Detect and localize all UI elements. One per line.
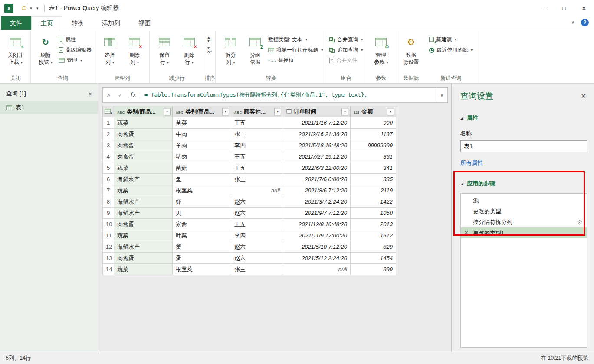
row-number[interactable]: 2 (103, 129, 114, 140)
table-cell[interactable]: 1137 (351, 129, 396, 140)
table-cell[interactable]: 2021/12/8 16:48:20 (283, 219, 351, 230)
close-window-button[interactable]: ✕ (574, 0, 594, 16)
table-cell[interactable]: 王五 (231, 162, 283, 174)
table-cell[interactable]: 王五 (231, 219, 283, 230)
quick-access-toolbar-dropdown-icon[interactable]: ▾ (36, 6, 39, 10)
split-column-button[interactable]: 拆分列 ▾ (219, 32, 242, 65)
applied-step[interactable]: 源 (461, 195, 587, 206)
table-cell[interactable]: 2021/8/6 7:12:20 (283, 185, 351, 196)
table-cell[interactable]: 361 (351, 151, 396, 162)
table-cell[interactable]: 2021/5/18 16:48:20 (283, 140, 351, 151)
table-cell[interactable]: 王五 (231, 117, 283, 129)
table-cell[interactable]: 蔬菜 (114, 230, 173, 241)
use-first-row-as-headers-button[interactable]: 将第一行用作标题▾ (268, 46, 323, 54)
row-number[interactable]: 1 (103, 117, 114, 129)
table-cell[interactable]: 蟹 (173, 241, 231, 253)
filter-dropdown-icon[interactable]: ▾ (341, 108, 348, 115)
data-type-button[interactable]: 数据类型: 文本▾ (268, 36, 323, 44)
table-cell[interactable]: 羊肉 (173, 140, 231, 151)
table-cell[interactable]: 2021/5/12 2:24:20 (283, 253, 351, 264)
table-cell[interactable]: 2021/9/7 7:12:20 (283, 208, 351, 219)
recent-sources-button[interactable]: 最近使用的源▾ (429, 46, 473, 54)
close-pane-icon[interactable]: ✕ (581, 92, 587, 100)
table-cell[interactable]: 肉禽蛋 (114, 219, 173, 230)
table-cell[interactable]: 张三 (231, 174, 283, 185)
row-number[interactable]: 7 (103, 185, 114, 196)
table-cell[interactable]: 海鲜水产 (114, 174, 173, 185)
table-cell[interactable]: 李四 (231, 230, 283, 241)
table-cell[interactable]: 根茎菜 (173, 185, 231, 196)
properties-section-header[interactable]: ◢ 属性 (460, 114, 587, 122)
advanced-editor-button[interactable]: 高级编辑器 (59, 46, 92, 54)
table-cell[interactable]: 肉禽蛋 (114, 253, 173, 264)
table-cell[interactable]: 赵六 (231, 253, 283, 264)
replace-values-button[interactable]: ¹→₂替换值 (268, 56, 323, 65)
column-header-amount[interactable]: 123金额▾ (351, 106, 396, 117)
choose-columns-button[interactable]: 选择列 ▾ (98, 32, 121, 65)
tab-view[interactable]: 视图 (129, 16, 160, 30)
table-cell[interactable]: 海鲜水产 (114, 208, 173, 219)
table-cell[interactable]: 王五 (231, 151, 283, 162)
cancel-formula-icon[interactable]: ✕ (103, 92, 115, 98)
table-cell[interactable]: 1454 (351, 253, 396, 264)
properties-button[interactable]: 属性 (59, 36, 92, 44)
table-cell[interactable]: 2021/2/16 21:36:20 (283, 129, 351, 140)
table-cell[interactable]: 贝 (173, 208, 231, 219)
query-name-input[interactable] (460, 140, 587, 152)
row-number[interactable]: 13 (103, 253, 114, 264)
row-number[interactable]: 6 (103, 174, 114, 185)
tab-file[interactable]: 文件 (1, 16, 31, 30)
filter-dropdown-icon[interactable]: ▾ (274, 108, 281, 115)
close-and-load-button[interactable]: »关闭并上载 ▾ (4, 32, 27, 65)
maximize-button[interactable]: □ (554, 0, 574, 16)
table-cell[interactable]: 341 (351, 162, 396, 174)
table-cell[interactable]: 蔬菜 (114, 264, 173, 275)
table-cell[interactable]: 2022/6/3 12:00:20 (283, 162, 351, 174)
table-cell[interactable]: 赵六 (231, 241, 283, 253)
table-cell[interactable]: 999 (351, 264, 396, 275)
merge-queries-button[interactable]: 合并查询▾ (329, 36, 363, 44)
row-number[interactable]: 14 (103, 264, 114, 275)
smiley-dropdown-icon[interactable]: ▾ (30, 6, 32, 10)
filter-dropdown-icon[interactable]: ▾ (387, 108, 394, 115)
table-cell[interactable]: null (231, 185, 283, 196)
table-cell[interactable]: 2021/5/10 7:12:20 (283, 241, 351, 253)
sort-ascending-button[interactable]: AZ↓ (207, 36, 212, 44)
table-cell[interactable]: 1422 (351, 196, 396, 208)
table-cell[interactable]: 家禽 (173, 219, 231, 230)
refresh-preview-button[interactable]: ↻刷新预览 ▾ (34, 32, 57, 65)
collapse-ribbon-icon[interactable]: ∧ (571, 20, 575, 26)
tab-home[interactable]: 主页 (31, 16, 62, 30)
table-cell[interactable]: 赵六 (231, 196, 283, 208)
row-number[interactable]: 9 (103, 208, 114, 219)
table-cell[interactable]: 2021/3/7 2:24:20 (283, 196, 351, 208)
table-cell[interactable]: 2021/11/9 12:00:20 (283, 230, 351, 241)
formula-input[interactable]: = Table.TransformColumnTypes(按分隔符拆分列,{{"… (144, 91, 436, 99)
table-cell[interactable]: 猪肉 (173, 151, 231, 162)
row-number[interactable]: 8 (103, 196, 114, 208)
table-cell[interactable]: 蔬菜 (114, 185, 173, 196)
table-cell[interactable]: 叶菜 (173, 230, 231, 241)
table-cell[interactable]: 2021/1/16 7:12:20 (283, 117, 351, 129)
table-cell[interactable]: 蔬菜 (114, 117, 173, 129)
column-header-customer-name[interactable]: ABC顾客姓...▾ (231, 106, 283, 117)
table-cell[interactable]: 99999999 (351, 140, 396, 151)
manage-button[interactable]: 管理▾ (59, 56, 92, 65)
tab-add-column[interactable]: 添加列 (93, 16, 129, 30)
table-cell[interactable]: 张三 (231, 129, 283, 140)
column-header-category-product-1[interactable]: ABC类别/商品...▾ (114, 106, 173, 117)
row-number[interactable]: 4 (103, 151, 114, 162)
table-cell[interactable]: 829 (351, 241, 396, 253)
row-number[interactable]: 3 (103, 140, 114, 151)
minimize-button[interactable]: – (534, 0, 554, 16)
table-cell[interactable]: 张三 (231, 264, 283, 275)
table-cell[interactable]: 苗菜 (173, 117, 231, 129)
table-cell[interactable]: 牛肉 (173, 129, 231, 140)
column-header-order-time[interactable]: 订单时间▾ (283, 106, 351, 117)
table-cell[interactable]: 蛋 (173, 253, 231, 264)
table-cell[interactable]: 李四 (231, 140, 283, 151)
combine-files-button[interactable]: 合并文件 (329, 56, 363, 65)
table-cell[interactable]: 海鲜水产 (114, 241, 173, 253)
confirm-formula-icon[interactable]: ✓ (115, 92, 126, 98)
tab-transform[interactable]: 转换 (62, 16, 93, 30)
